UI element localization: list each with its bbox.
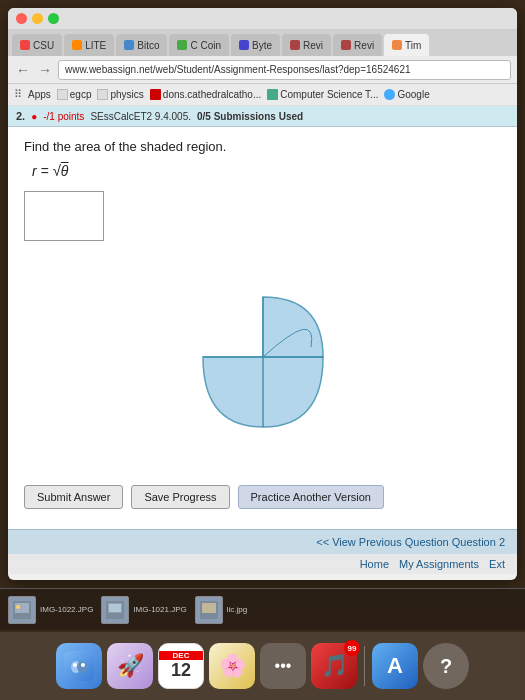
grid-icon: ⠿ <box>14 88 22 101</box>
tab-revi2[interactable]: Revi <box>333 34 382 56</box>
buttons-row: Submit Answer Save Progress Practice Ano… <box>24 477 501 517</box>
browser-window: CSU LITE Bitco C Coin Byte Revi <box>8 8 517 580</box>
svg-point-13 <box>73 663 77 667</box>
address-bar: ← → <box>8 56 517 84</box>
tab-csu[interactable]: CSU <box>12 34 62 56</box>
minimize-button[interactable] <box>32 13 43 24</box>
tab-tim[interactable]: Tim <box>384 34 429 56</box>
dock-appstore[interactable]: A <box>372 643 418 689</box>
svg-rect-9 <box>202 603 216 613</box>
dock-photos[interactable]: 🌸 <box>209 643 255 689</box>
taskbar-files: IMG-1022.JPG IMG-1021.JPG lic.jpg <box>0 588 525 630</box>
view-previous-link[interactable]: << View Previous Question <box>316 536 448 548</box>
bookmarks-bar: ⠿ Apps egcp physics dons.cathedralcatho.… <box>8 84 517 106</box>
practice-version-button[interactable]: Practice Another Version <box>238 485 384 509</box>
polar-diagram <box>163 257 363 457</box>
home-link[interactable]: Home <box>360 558 389 570</box>
svg-point-12 <box>77 661 87 673</box>
tab-lite[interactable]: LITE <box>64 34 114 56</box>
tab-coin[interactable]: C Coin <box>169 34 229 56</box>
bottom-nav-bar: << View Previous Question Question 2 <box>8 529 517 554</box>
dock-finder[interactable] <box>56 643 102 689</box>
maximize-button[interactable] <box>48 13 59 24</box>
tab-revi1[interactable]: Revi <box>282 34 331 56</box>
bookmark-physics[interactable]: physics <box>97 89 143 100</box>
forward-button[interactable]: → <box>36 62 54 78</box>
question-number-label: Question 2 <box>452 536 505 548</box>
tab-byte[interactable]: Byte <box>231 34 280 56</box>
question-text: Find the area of the shaded region. <box>24 139 501 154</box>
svg-rect-7 <box>109 604 121 612</box>
submit-answer-button[interactable]: Submit Answer <box>24 485 123 509</box>
question-header: 2. ● -/1 points SEssCalcET2 9.4.005. 0/5… <box>8 106 517 127</box>
points-label: -/1 points <box>43 111 84 122</box>
title-bar <box>8 8 517 30</box>
bookmark-cs[interactable]: Computer Science T... <box>267 89 378 100</box>
question-body: Find the area of the shaded region. r = … <box>8 127 517 529</box>
dock-launchpad[interactable]: 🚀 <box>107 643 153 689</box>
bottom-links-bar: Home My Assignments Ext <box>8 554 517 574</box>
dock-question[interactable]: ? <box>423 643 469 689</box>
ext-link[interactable]: Ext <box>489 558 505 570</box>
dock-separator <box>364 646 365 686</box>
file-item-lic[interactable]: lic.jpg <box>195 596 247 624</box>
address-input[interactable] <box>58 60 511 80</box>
file-thumb-1021 <box>101 596 129 624</box>
dock-more[interactable]: ••• <box>260 643 306 689</box>
bookmark-egcp[interactable]: egcp <box>57 89 92 100</box>
svg-point-14 <box>81 663 85 667</box>
file-thumb-lic <box>195 596 223 624</box>
back-button[interactable]: ← <box>14 62 32 78</box>
close-button[interactable] <box>16 13 27 24</box>
bookmark-google[interactable]: Google <box>384 89 429 100</box>
mac-dock: 🚀 DEC 12 🌸 ••• 🎵 99 A ? <box>0 632 525 700</box>
file-thumb-1022 <box>8 596 36 624</box>
tab-bitco[interactable]: Bitco <box>116 34 167 56</box>
submissions-count: 0/5 Submissions Used <box>197 111 303 122</box>
bullet-icon: ● <box>31 111 37 122</box>
question-code: SEssCalcET2 9.4.005. <box>90 111 191 122</box>
file-item-1021[interactable]: IMG-1021.JPG <box>101 596 186 624</box>
tabs-bar: CSU LITE Bitco C Coin Byte Revi <box>8 30 517 56</box>
dock-calendar[interactable]: DEC 12 <box>158 643 204 689</box>
save-progress-button[interactable]: Save Progress <box>131 485 229 509</box>
music-badge: 99 <box>344 640 360 656</box>
file-item-1022[interactable]: IMG-1022.JPG <box>8 596 93 624</box>
answer-input-box[interactable] <box>24 191 104 241</box>
bookmark-dons[interactable]: dons.cathedralcatho... <box>150 89 261 100</box>
diagram-container <box>24 257 501 457</box>
dock-music[interactable]: 🎵 99 <box>311 643 357 689</box>
bookmark-apps[interactable]: Apps <box>28 89 51 100</box>
svg-point-4 <box>16 605 20 609</box>
page-content: 2. ● -/1 points SEssCalcET2 9.4.005. 0/5… <box>8 106 517 580</box>
my-assignments-link[interactable]: My Assignments <box>399 558 479 570</box>
formula-display: r = √θ <box>24 162 501 179</box>
